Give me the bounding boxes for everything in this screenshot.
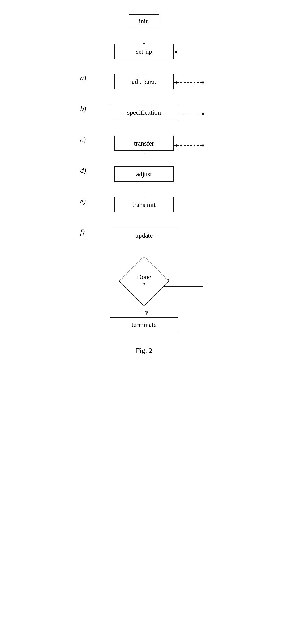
transfer-label: transfer (134, 140, 154, 147)
step-e-label: e) (80, 197, 86, 205)
step-c-label: c) (80, 136, 86, 144)
init-label: init. (139, 18, 149, 25)
terminate-box: terminate (110, 317, 178, 332)
terminate-label: terminate (131, 321, 157, 328)
adj-para-label: adj. para. (132, 78, 156, 86)
step-d-label: d) (80, 166, 86, 174)
update-label: update (135, 232, 153, 239)
fig-caption: Fig. 2 (136, 346, 152, 354)
init-box: init. (129, 14, 159, 28)
specification-label: specification (127, 109, 161, 116)
transfer-box: transfer (114, 136, 174, 151)
done-label: Done? (137, 273, 151, 290)
transmit-label: trans mit (132, 201, 156, 208)
transmit-box: trans mit (114, 197, 174, 212)
update-box: update (110, 228, 178, 243)
step-b-label: b) (80, 105, 86, 113)
step-f-label: f) (80, 228, 84, 236)
done-diamond: Done? (123, 260, 165, 302)
step-a-label: a) (80, 74, 86, 82)
adjust-box: adjust (114, 166, 174, 182)
adjust-label: adjust (136, 170, 152, 178)
setup-label: set-up (136, 48, 152, 55)
specification-box: specification (110, 105, 178, 120)
setup-box: set-up (114, 44, 174, 59)
adj-para-box: adj. para. (114, 74, 174, 89)
